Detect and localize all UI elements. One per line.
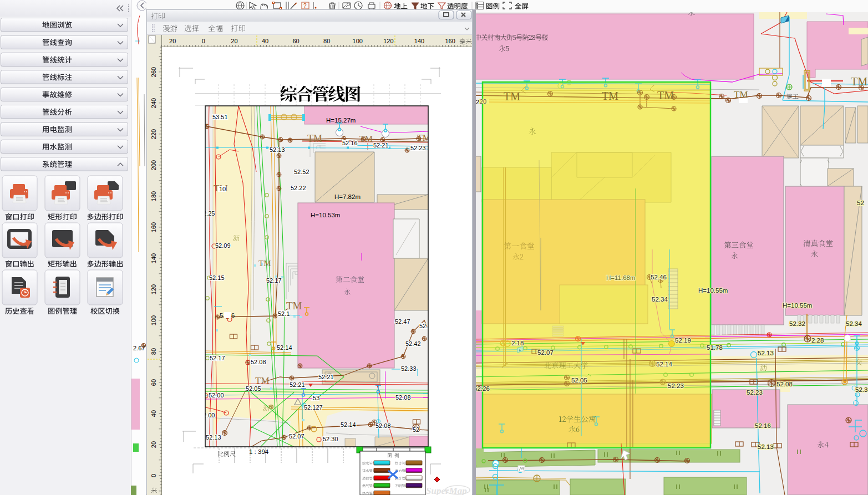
svg-text:52.30: 52.30 [855,386,868,393]
svg-text:200: 200 [150,160,157,170]
svg-text:52.19: 52.19 [675,337,691,344]
svg-text:20: 20 [480,98,486,105]
svg-text:52.13: 52.13 [758,350,774,356]
svg-text:100: 100 [353,38,363,44]
svg-text:180: 180 [150,191,157,201]
svg-text:H=10.53m: H=10.53m [311,212,340,218]
svg-text:52.46: 52.46 [651,274,667,280]
svg-text:52.14: 52.14 [656,361,672,368]
svg-text:52.127: 52.127 [304,404,323,411]
svg-text:TM: TM [657,89,674,101]
svg-text:?: ? [303,3,307,9]
svg-text:TM: TM [504,90,520,103]
svg-text:52.05: 52.05 [571,377,587,384]
svg-text:H=10.55m: H=10.55m [783,302,812,309]
svg-text:TM: TM [734,89,748,100]
svg-text:240: 240 [150,98,157,108]
svg-text:1 : 394: 1 : 394 [249,448,269,455]
svg-text:220: 220 [150,129,157,139]
svg-text:52.21: 52.21 [318,374,334,380]
svg-text:140: 140 [150,253,157,263]
svg-text:52.05: 52.05 [246,385,261,392]
svg-text:40: 40 [262,38,268,44]
svg-text:52.13: 52.13 [758,443,774,450]
svg-text:6: 6 [231,312,235,319]
svg-text:52.14: 52.14 [277,344,292,351]
svg-text:52.23: 52.23 [747,389,763,396]
svg-text:52.13: 52.13 [206,434,221,441]
svg-text:52.21: 52.21 [290,381,305,388]
svg-text:120: 120 [150,284,157,294]
svg-text:52.: 52. [419,323,428,329]
svg-text:52.47: 52.47 [395,318,410,325]
svg-text:80: 80 [323,38,330,44]
svg-text:52.23: 52.23 [668,382,684,389]
svg-text:52.26: 52.26 [474,385,490,392]
svg-text:20: 20 [150,441,157,448]
svg-text:52.34: 52.34 [846,320,862,327]
svg-text:52.08: 52.08 [375,422,391,429]
svg-text:52.23: 52.23 [410,145,426,151]
svg-text:52.13: 52.13 [270,146,285,153]
svg-text:52.07: 52.07 [537,349,554,356]
svg-text:2.18: 2.18 [511,340,524,346]
svg-text:52.15: 52.15 [209,274,225,281]
svg-text:H=11.68m: H=11.68m [606,274,636,281]
svg-text:60: 60 [292,38,299,44]
svg-text:2.67: 2.67 [133,345,145,351]
svg-text:52.17: 52.17 [266,277,282,284]
svg-text:52.08: 52.08 [395,394,411,401]
svg-text:52.16: 52.16 [342,140,358,146]
svg-text:52.08: 52.08 [251,359,266,365]
svg-text:52.33: 52.33 [401,365,417,372]
svg-text:TM: TM [307,133,322,144]
svg-text:TM: TM [286,300,302,312]
svg-text:160: 160 [150,222,157,232]
svg-text:.53: .53 [311,395,319,401]
svg-text:53.51: 53.51 [212,114,228,120]
svg-text:H=7.82m: H=7.82m [334,193,361,200]
svg-text:40: 40 [150,410,157,417]
svg-text:52.16: 52.16 [755,422,771,429]
svg-text:TM: TM [851,75,867,88]
svg-text:52.30: 52.30 [323,436,338,442]
svg-text:52.22: 52.22 [291,185,306,191]
svg-text:5: 5 [220,312,223,319]
svg-text:52.07: 52.07 [289,433,304,440]
svg-text:52.17: 52.17 [210,355,225,361]
svg-text:SuperMap: SuperMap [426,486,467,495]
svg-text:140: 140 [414,38,424,44]
svg-text:H=15.27m: H=15.27m [326,117,356,124]
svg-text:52.42: 52.42 [405,340,421,347]
svg-text:260: 260 [150,67,157,77]
svg-text:20: 20 [169,38,176,44]
svg-text:51.78: 51.78 [707,344,723,351]
svg-text:52.1: 52.1 [278,310,290,317]
svg-text:20: 20 [231,38,237,44]
svg-text:80: 80 [150,348,157,355]
svg-text:52: 52 [857,200,864,206]
svg-text:52.34: 52.34 [652,296,668,303]
svg-text:52.21: 52.21 [373,142,389,149]
svg-text:H=10.55m: H=10.55m [698,287,728,294]
svg-text:0: 0 [150,474,157,477]
svg-text:TM: TM [359,134,373,144]
svg-text:2.28: 2.28 [811,337,824,344]
svg-text:0: 0 [202,38,205,44]
svg-text:52.52: 52.52 [294,169,309,175]
svg-text:52.14: 52.14 [341,421,356,428]
svg-text:160: 160 [445,38,455,44]
svg-text:120: 120 [383,38,393,44]
svg-text:52.00: 52.00 [209,392,224,399]
svg-text:52.32: 52.32 [789,320,805,327]
svg-text:10: 10 [219,186,226,192]
svg-text:TM: TM [258,259,271,268]
svg-text:TM: TM [255,375,270,386]
svg-text:52.08: 52.08 [776,381,793,387]
svg-text:52.09: 52.09 [215,242,231,249]
svg-text:52: 52 [413,426,419,433]
svg-text:TM: TM [602,90,618,102]
svg-text:100: 100 [150,315,157,325]
svg-text:60: 60 [150,379,157,386]
